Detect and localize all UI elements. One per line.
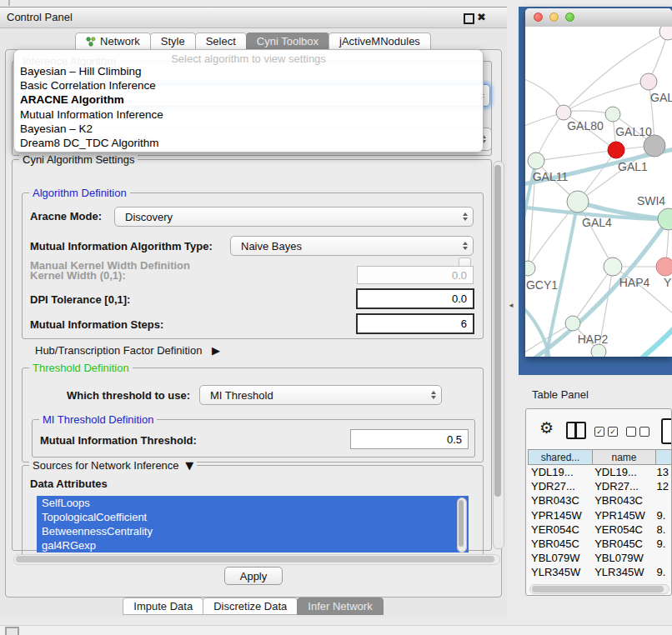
sources-group-title[interactable]: Sources for Network Inference ▼ bbox=[29, 459, 197, 472]
scrollbar-thumb[interactable] bbox=[532, 586, 664, 592]
deselect-all-checkboxes-icon[interactable] bbox=[626, 427, 649, 437]
column-header[interactable]: shared... bbox=[528, 449, 593, 465]
panel-splitter-handle[interactable]: ◄ bbox=[508, 302, 514, 309]
dropdown-item[interactable]: Bayesian – K2 bbox=[14, 122, 483, 136]
network-window-titlebar[interactable] bbox=[525, 8, 672, 28]
dropdown-item[interactable]: Basic Correlation Inference bbox=[14, 78, 483, 92]
table-row[interactable]: YLR345WYLR345W9. bbox=[528, 565, 671, 579]
traffic-light-zoom-icon[interactable] bbox=[565, 12, 574, 22]
tab-jactivemnodules[interactable]: jActiveMNodules bbox=[328, 32, 431, 50]
gear-icon[interactable]: ⚙ bbox=[539, 420, 554, 436]
tab-impute-data[interactable]: Impute Data bbox=[123, 598, 203, 615]
which-threshold-select[interactable]: MI Threshold bbox=[199, 385, 442, 405]
scrollbar-thumb[interactable] bbox=[494, 165, 501, 497]
tab-discretize-data[interactable]: Discretize Data bbox=[203, 598, 298, 615]
column-header[interactable]: name bbox=[593, 449, 656, 465]
mi-threshold-input[interactable]: 0.5 bbox=[350, 429, 469, 449]
table-cell: YDL19... bbox=[528, 466, 591, 478]
tab-label: Select bbox=[206, 35, 236, 48]
kernel-width-label: Kernel Width (0,1): bbox=[30, 269, 126, 282]
chevron-down-icon: ▼ bbox=[185, 459, 193, 472]
table-row[interactable]: YBR043CYBR043C bbox=[528, 493, 671, 508]
page: Control Panel ✖ Network Style Select Cyn… bbox=[0, 0, 672, 635]
traffic-light-close-icon[interactable] bbox=[534, 12, 543, 22]
float-window-icon[interactable] bbox=[464, 13, 474, 24]
tab-style[interactable]: Style bbox=[150, 32, 196, 50]
table-cell: YIL052C bbox=[591, 581, 653, 583]
aracne-mode-label: Aracne Mode: bbox=[30, 210, 102, 222]
aracne-mode-value: Discovery bbox=[125, 211, 173, 223]
tab-network[interactable]: Network bbox=[75, 32, 151, 50]
node-GAL1[interactable] bbox=[608, 142, 624, 158]
node-GAL10[interactable] bbox=[605, 107, 620, 122]
node-SWI4[interactable] bbox=[658, 208, 672, 230]
dropdown-item[interactable]: Mutual Information Inference bbox=[14, 108, 483, 122]
node-Y[interactable] bbox=[656, 258, 672, 276]
aracne-mode-select[interactable]: Discovery bbox=[114, 207, 474, 227]
mi-threshold-label: Mutual Information Threshold: bbox=[40, 434, 197, 447]
dropdown-item[interactable]: ARACNE Algorithm bbox=[14, 92, 483, 107]
split-view-icon[interactable] bbox=[566, 422, 586, 439]
table-cell: YLR345W bbox=[591, 566, 653, 578]
scrollbar-thumb[interactable] bbox=[459, 500, 464, 547]
node-GAL4[interactable] bbox=[567, 191, 589, 212]
table-row[interactable]: YIL052CYIL052C9 bbox=[528, 580, 671, 584]
node-label: GCY1 bbox=[526, 278, 558, 292]
attributes-list-scrollbar[interactable] bbox=[457, 498, 467, 552]
settings-vertical-scrollbar[interactable] bbox=[493, 161, 504, 549]
node-HAP4[interactable] bbox=[604, 258, 622, 276]
mi-type-value: Naive Bayes bbox=[241, 240, 302, 252]
data-attribute-item[interactable]: SelfLoops bbox=[37, 496, 469, 510]
traffic-light-minimize-icon[interactable] bbox=[549, 12, 559, 22]
scrollbar-thumb[interactable] bbox=[16, 556, 494, 562]
network-canvas[interactable]: GALGAL80GAL10GAL1GAL11SWI4GAL4GCY1HAP4YH… bbox=[525, 27, 672, 357]
tab-label: Discretize Data bbox=[213, 600, 287, 612]
tab-label: Impute Data bbox=[133, 600, 193, 612]
dropdown-item[interactable]: Dream8 DC_TDC Algorithm bbox=[14, 136, 483, 150]
column-header[interactable] bbox=[656, 449, 672, 465]
table-row[interactable]: YBL079WYBL079W bbox=[528, 551, 671, 565]
table-row[interactable]: YER054CYER054C8. bbox=[528, 522, 671, 537]
table-row[interactable]: YPR145WYPR145W9. bbox=[528, 508, 671, 522]
table-cell: YBL079W bbox=[528, 552, 591, 564]
settings-horizontal-scrollbar[interactable] bbox=[13, 554, 500, 565]
network-window[interactable]: GALGAL80GAL10GAL1GAL11SWI4GAL4GCY1HAP4YH… bbox=[525, 8, 672, 357]
tab-infer-network[interactable]: Infer Network bbox=[297, 598, 383, 615]
mi-threshold-group-title: MI Threshold Definition bbox=[39, 413, 157, 426]
table-cell: YDL19... bbox=[591, 466, 653, 478]
dpi-tolerance-input[interactable]: 0.0 bbox=[356, 288, 474, 309]
mi-type-select[interactable]: Naive Bayes bbox=[230, 236, 474, 256]
table-row[interactable]: YDR27...YDR27...12 bbox=[528, 479, 671, 493]
node-GAL11[interactable] bbox=[528, 152, 544, 169]
tab-select[interactable]: Select bbox=[195, 32, 247, 50]
dock-panel-icon[interactable] bbox=[5, 627, 19, 635]
table-cell: YBL079W bbox=[591, 552, 653, 564]
node-GCY1[interactable] bbox=[525, 261, 535, 276]
table-body: YDL19...YDL19...13YDR27...YDR27...12YBR0… bbox=[528, 465, 671, 583]
close-icon[interactable]: ✖ bbox=[477, 11, 486, 23]
apply-button[interactable]: Apply bbox=[224, 567, 283, 585]
node-GAL80[interactable] bbox=[556, 105, 571, 120]
node-gal-pink[interactable] bbox=[640, 73, 657, 90]
data-attributes-list[interactable]: SelfLoopsTopologicalCoefficientBetweenne… bbox=[37, 496, 469, 552]
kernel-width-input[interactable]: 0.0 bbox=[357, 266, 474, 284]
network-edge bbox=[564, 82, 649, 112]
select-all-checkboxes-icon[interactable]: ✓✓ bbox=[594, 427, 618, 437]
data-attribute-item[interactable]: TopologicalCoefficient bbox=[37, 510, 469, 524]
node-bottom[interactable] bbox=[591, 344, 606, 357]
table-row[interactable]: YDL19...YDL19...13 bbox=[528, 465, 671, 479]
dropdown-item[interactable]: Bayesian – Hill Climbing bbox=[14, 64, 483, 78]
table-row[interactable]: YBR045CYBR045C9. bbox=[528, 537, 671, 551]
node-top[interactable] bbox=[659, 27, 672, 40]
mi-steps-input[interactable]: 6 bbox=[356, 313, 474, 334]
tab-label: Network bbox=[100, 35, 140, 48]
hub-definition-toggle[interactable]: Hub/Transcription Factor Definition ▶ bbox=[35, 344, 220, 357]
algorithm-definition-group-title: Algorithm Definition bbox=[29, 187, 130, 199]
data-attribute-item[interactable]: BetweennessCentrality bbox=[37, 524, 469, 538]
table-horizontal-scrollbar[interactable] bbox=[529, 584, 669, 594]
tab-cyni-toolbox[interactable]: Cyni Toolbox bbox=[246, 32, 329, 50]
function-builder-icon[interactable] bbox=[661, 418, 672, 444]
control-panel-titlebar[interactable]: Control Panel ✖ bbox=[0, 8, 507, 28]
data-attribute-item[interactable]: gal4RGexp bbox=[37, 538, 469, 552]
node-HAP2[interactable] bbox=[565, 316, 580, 331]
